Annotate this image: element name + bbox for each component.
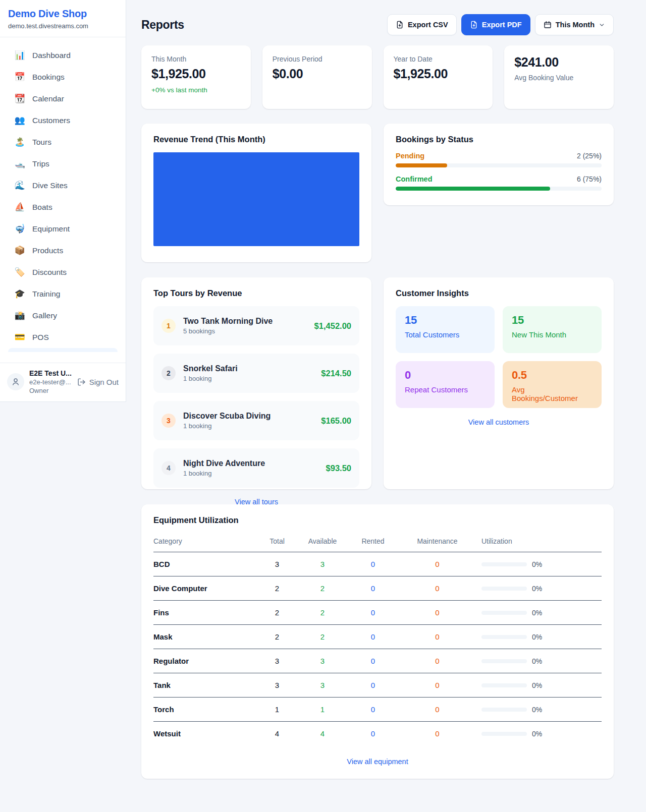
cell-total: 2 [254,632,300,641]
export-pdf-button[interactable]: Export PDF [461,14,530,35]
customer-insights-title: Customer Insights [396,288,602,298]
sidebar-item-gallery[interactable]: 📸Gallery [6,305,120,326]
sidebar-item-bookings[interactable]: 📅Bookings [6,66,120,88]
view-all-equipment-link[interactable]: View all equipment [153,758,602,766]
cell-utilization: 0% [474,609,602,617]
cell-available: 3 [300,657,345,665]
tour-name: Discover Scuba Diving [183,412,313,421]
cell-category: Torch [153,705,254,714]
file-download-icon [470,21,478,29]
person-icon [11,377,20,386]
cell-total: 4 [254,729,300,738]
shop-domain: demo.test.divestreams.com [8,22,118,30]
cell-utilization: 0% [474,560,602,568]
progress-fill-confirmed [396,187,550,191]
cell-utilization: 0% [474,730,602,738]
user-email: e2e-tester@... [29,378,72,386]
tile-repeat-customers: 0 Repeat Customers [396,361,495,408]
tile-avg-bookings-customer: 0.5 Avg Bookings/Customer [503,361,602,408]
graduation-cap-icon: 🎓 [14,289,25,298]
progress-fill-pending [396,163,447,167]
stat-label: This Month [151,55,241,63]
sidebar-item-training[interactable]: 🎓Training [6,283,120,305]
cell-maintenance: 0 [401,584,474,593]
table-row: BCD 3 3 0 0 0% [153,552,602,576]
utilization-percent: 0% [532,706,542,714]
cell-available: 1 [300,705,345,714]
sidebar-item-calendar[interactable]: 📆Calendar [6,88,120,109]
view-all-tours-link[interactable]: View all tours [153,498,359,506]
table-row: Torch 1 1 0 0 0% [153,698,602,722]
utilization-percent: 0% [532,633,542,641]
cell-utilization: 0% [474,585,602,593]
col-header-category: Category [153,537,254,545]
sailboat-icon: ⛵ [14,203,25,211]
tour-bookings: 1 booking [183,470,318,477]
page-header: Reports Export CSV Export PDF This Month [141,14,614,35]
bookings-status-card: Bookings by Status Pending 2 (25%) Confi… [384,124,614,205]
sidebar-item-products[interactable]: 📦Products [6,240,120,261]
utilization-bar [481,611,527,615]
col-header-maintenance: Maintenance [401,537,474,545]
progress-track [396,163,602,167]
sidebar-item-equipment[interactable]: 🤿Equipment [6,218,120,240]
sidebar-item-dive-sites[interactable]: 🌊Dive Sites [6,175,120,196]
status-label: Confirmed [396,175,433,183]
cell-rented: 0 [345,705,401,714]
cell-maintenance: 0 [401,560,474,568]
file-download-icon [396,21,404,29]
stat-label: Year to Date [394,55,483,63]
sidebar-item-discounts[interactable]: 🏷️Discounts [6,261,120,283]
calendar-outline-icon [544,21,552,29]
utilization-bar [481,635,527,639]
tile-value: 15 [405,314,486,327]
sign-out-button[interactable]: Sign Out [77,378,119,386]
view-all-customers-link[interactable]: View all customers [396,418,602,426]
sidebar-item-customers[interactable]: 👥Customers [6,109,120,131]
sidebar-item-reports-partial[interactable] [8,348,118,352]
period-dropdown[interactable]: This Month [535,14,614,35]
utilization-percent: 0% [532,730,542,738]
user-role: Owner [29,387,72,394]
tour-revenue: $214.50 [321,369,351,378]
status-value: 6 (75%) [577,175,602,183]
table-row: Wetsuit 4 4 0 0 0% [153,722,602,745]
tour-name: Night Dive Adventure [183,459,318,468]
sidebar-item-boats[interactable]: ⛵Boats [6,196,120,218]
stat-value: $1,925.00 [151,67,241,81]
cell-rented: 0 [345,584,401,593]
sidebar-item-trips[interactable]: 🛥️Trips [6,153,120,175]
sidebar-item-pos[interactable]: 💳POS [6,326,120,348]
sidebar-item-dashboard[interactable]: 📊Dashboard [6,44,120,66]
cell-utilization: 0% [474,633,602,641]
tile-total-customers: 15 Total Customers [396,306,495,353]
avatar [7,373,24,390]
stat-value: $241.00 [514,55,604,70]
cell-available: 2 [300,608,345,617]
logout-icon [77,378,86,386]
status-row-confirmed: Confirmed 6 (75%) [396,175,602,191]
calendar-icon: 📅 [14,73,25,81]
cell-category: Mask [153,632,254,641]
utilization-percent: 0% [532,585,542,593]
cell-total: 3 [254,560,300,568]
tour-name: Snorkel Safari [183,364,313,373]
utilization-bar [481,562,527,566]
rank-badge: 4 [162,461,176,475]
sidebar-item-tours[interactable]: 🏝️Tours [6,131,120,153]
stat-label: Previous Period [273,55,362,63]
shop-name: Demo Dive Shop [8,8,118,20]
customer-insights-card: Customer Insights 15 Total Customers 15 … [384,277,614,489]
people-icon: 👥 [14,116,25,125]
tile-new-this-month: 15 New This Month [503,306,602,353]
cell-category: Fins [153,608,254,617]
export-csv-button[interactable]: Export CSV [387,14,457,35]
tour-bookings: 1 booking [183,422,313,430]
revenue-trend-card: Revenue Trend (This Month) [141,124,371,262]
cell-maintenance: 0 [401,608,474,617]
cell-category: BCD [153,560,254,568]
package-icon: 📦 [14,246,25,255]
tour-name: Two Tank Morning Dive [183,317,307,326]
cell-available: 4 [300,729,345,738]
tile-label: Total Customers [405,330,486,339]
